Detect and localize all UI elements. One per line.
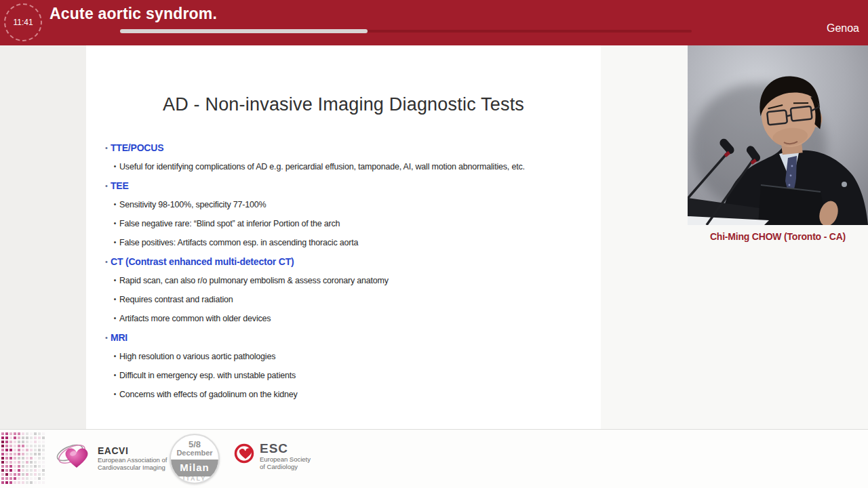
event-dates: 5/8 [171,439,218,449]
eacvi-logo: EACVI European Association of Cardiovasc… [56,442,167,474]
esc-heart-icon [233,442,256,465]
bullet-item-label: High resolution o various aortic patholo… [119,347,275,366]
bullet-item-label: Useful for identifying complications of … [119,157,525,176]
esc-logo: ESC European Society of Cardiology [233,442,311,470]
bullet-item: •Difficult in emergency esp. with unstab… [102,366,595,385]
bullet-item: •Sensitivity 98-100%, specificity 77-100… [102,195,595,214]
bullet-icon: • [111,195,119,214]
bullet-heading-label: TEE [111,176,129,195]
playback-progress-bar[interactable] [120,29,692,33]
bullet-icon: • [111,385,119,404]
event-country: ITALY [171,475,218,482]
bullet-icon: • [102,252,111,271]
bullet-item-label: Rapid scan, can also r/o pulmonary embol… [119,271,389,290]
bullet-icon: • [111,214,119,233]
speaker-name-caption: Chi-Ming CHOW (Toronto - CA) [688,231,868,242]
bullet-item: •Artifacts more common with older device… [102,309,595,328]
dot-pattern [1,432,47,485]
bullet-icon: • [102,138,111,157]
bullet-item-label: False positives: Artifacts common esp. i… [119,233,358,252]
session-location: Genoa [827,22,859,35]
bullet-heading: •TEE [102,176,595,195]
bullet-heading-label: TTE/POCUS [111,138,163,157]
speaker-video[interactable] [688,45,868,225]
presentation-slide: AD - Non-invasive Imaging Diagnostic Tes… [86,45,601,429]
bullet-item-label: False negative rare: “Blind spot” at inf… [119,214,340,233]
esc-subtitle-line2: of Cardiology [260,463,311,470]
bullet-item-label: Requires contrast and radiation [119,290,233,309]
bullet-icon: • [111,309,119,328]
bullet-heading: •MRI [102,328,595,347]
bullet-item-label: Artifacts more common with older devices [119,309,271,328]
bullet-item: •High resolution o various aortic pathol… [102,347,595,366]
session-header: 11:41 Acute aortic syndrom. Genoa [0,0,868,45]
lapel-pin [842,182,847,187]
bullet-item-label: Concerns with effects of gadolinum on th… [119,385,298,404]
bullet-list: •TTE/POCUS•Useful for identifying compli… [102,138,595,404]
bullet-item-label: Difficult in emergency esp. with unstabl… [119,366,296,385]
bullet-item-label: Sensitivity 98-100%, specificity 77-100% [119,195,266,214]
bullet-heading-label: CT (Contrast enhanced multi-detector CT) [111,252,294,271]
speaker-video-frame [688,45,868,225]
eacvi-subtitle-line2: Cardiovascular Imaging [98,464,167,471]
bullet-icon: • [111,157,119,176]
bullet-item: •Rapid scan, can also r/o pulmonary embo… [102,271,595,290]
slide-title: AD - Non-invasive Imaging Diagnostic Tes… [86,94,601,115]
event-month: December [171,449,218,457]
bullet-icon: • [102,176,111,195]
bullet-item: •Requires contrast and radiation [102,290,595,309]
bullet-icon: • [111,271,119,290]
bullet-item: •False positives: Artifacts common esp. … [102,233,595,252]
progress-fill [120,29,368,33]
session-timer: 11:41 [4,3,42,41]
bullet-icon: • [111,233,119,252]
bullet-icon: • [111,290,119,309]
bullet-item: •False negative rare: “Blind spot” at in… [102,214,595,233]
bullet-heading-label: MRI [111,328,127,347]
session-title: Acute aortic syndrom. [50,5,217,23]
eacvi-heart-icon [56,442,92,474]
bullet-icon: • [102,328,111,347]
bullet-item: •Useful for identifying complications of… [102,157,595,176]
bullet-item: •Concerns with effects of gadolinum on t… [102,385,595,404]
bullet-heading: •TTE/POCUS [102,138,595,157]
esc-acronym: ESC [260,442,311,455]
bullet-heading: •CT (Contrast enhanced multi-detector CT… [102,252,595,271]
event-badge: 5/8 December Milan ITALY [170,434,220,484]
esc-subtitle-line1: European Society [260,455,311,463]
footer-logo-strip: EACVI European Association of Cardiovasc… [0,429,868,488]
eacvi-acronym: EACVI [98,445,167,456]
eacvi-subtitle-line1: European Association of [98,456,167,464]
event-city: Milan [171,462,218,473]
bullet-icon: • [111,347,119,366]
bullet-icon: • [111,366,119,385]
timer-value: 11:41 [13,18,33,27]
